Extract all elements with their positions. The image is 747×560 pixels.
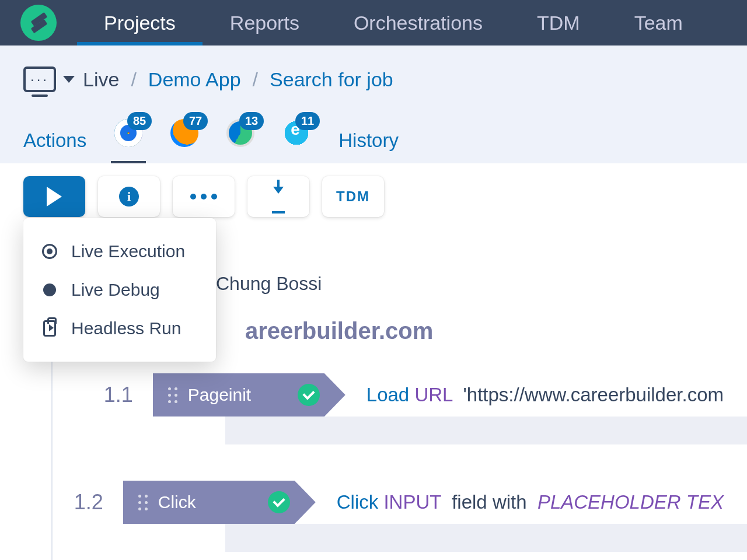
nav-orchestrations[interactable]: Orchestrations — [327, 0, 510, 46]
chevron-down-icon — [63, 76, 75, 83]
check-icon — [298, 384, 320, 406]
breadcrumb-separator: / — [131, 68, 136, 91]
step-description: Load URL 'https://www.careerbuilder.com — [366, 373, 724, 406]
tab-browser-edge[interactable]: 13 — [226, 119, 254, 163]
breadcrumb-live: Live — [83, 68, 119, 91]
step-row[interactable]: 1.2 Click Click INPUT field with PLACEHO… — [53, 481, 724, 524]
nav-team[interactable]: Team — [608, 0, 710, 46]
drag-handle-icon[interactable] — [168, 387, 177, 403]
breadcrumb-test[interactable]: Search for job — [270, 68, 393, 91]
badge-count: 11 — [295, 112, 320, 130]
tab-browser-firefox[interactable]: 77 — [170, 119, 198, 163]
nav-reports[interactable]: Reports — [203, 0, 327, 46]
tab-browser-ie[interactable]: 11 — [282, 119, 310, 163]
tab-history[interactable]: History — [338, 130, 399, 163]
dropdown-item-label: Live Execution — [71, 242, 185, 261]
run-dropdown: Live Execution Live Debug Headless Run — [23, 218, 216, 362]
monitor-icon: ··· — [23, 66, 56, 92]
badge-count: 77 — [183, 112, 208, 130]
main-content: i TDM Live Execution Live Debug Headless… — [0, 163, 747, 524]
tdm-button[interactable]: TDM — [322, 176, 384, 217]
run-button[interactable] — [23, 176, 85, 217]
step-description: Click INPUT field with PLACEHOLDER TEX — [337, 481, 724, 513]
nav-projects[interactable]: Projects — [77, 0, 203, 46]
download-icon — [272, 180, 285, 196]
breadcrumb: ··· Live / Demo App / Search for job — [23, 66, 724, 92]
action-toolbar: i TDM — [23, 176, 724, 217]
badge-count: 85 — [127, 112, 152, 130]
environment-selector[interactable]: ··· — [23, 66, 75, 92]
step-type-chip[interactable]: Pageinit — [153, 373, 345, 416]
dropdown-item-label: Live Debug — [71, 280, 160, 300]
tab-actions[interactable]: Actions — [23, 130, 86, 163]
dropdown-headless-run[interactable]: Headless Run — [23, 309, 216, 348]
check-icon — [268, 491, 290, 513]
download-button[interactable] — [247, 176, 309, 217]
top-nav: Projects Reports Orchestrations TDM Team — [0, 0, 747, 46]
tab-browser-chrome[interactable]: 85 — [114, 119, 142, 163]
dropdown-item-label: Headless Run — [71, 318, 181, 338]
drag-handle-icon[interactable] — [138, 495, 148, 510]
subheader: ··· Live / Demo App / Search for job Act… — [0, 46, 747, 163]
app-logo[interactable] — [0, 0, 77, 46]
breadcrumb-app[interactable]: Demo App — [148, 68, 241, 91]
step-substrate — [225, 416, 747, 444]
step-chip-label: Click — [158, 492, 196, 512]
step-chip-label: Pageinit — [188, 385, 251, 405]
clipboard-play-icon — [43, 320, 56, 337]
breadcrumb-separator: / — [253, 68, 258, 91]
step-row[interactable]: 1.1 Pageinit Load URL 'https://www.caree… — [53, 373, 724, 416]
eye-icon — [42, 244, 57, 259]
dots-horizontal-icon — [190, 194, 217, 200]
info-icon: i — [119, 187, 139, 206]
play-icon — [47, 187, 62, 206]
step-substrate — [225, 524, 747, 552]
nav-tdm[interactable]: TDM — [510, 0, 608, 46]
more-button[interactable] — [173, 176, 235, 217]
badge-count: 13 — [239, 112, 264, 130]
detail-tabs: Actions 85 77 13 11 History — [23, 119, 724, 163]
info-button[interactable]: i — [98, 176, 160, 217]
step-number: 1.1 — [53, 373, 139, 407]
dropdown-live-debug[interactable]: Live Debug — [23, 271, 216, 309]
dot-icon — [43, 284, 56, 296]
dropdown-live-execution[interactable]: Live Execution — [23, 232, 216, 271]
step-number: 1.2 — [53, 481, 109, 514]
step-type-chip[interactable]: Click — [123, 481, 316, 524]
